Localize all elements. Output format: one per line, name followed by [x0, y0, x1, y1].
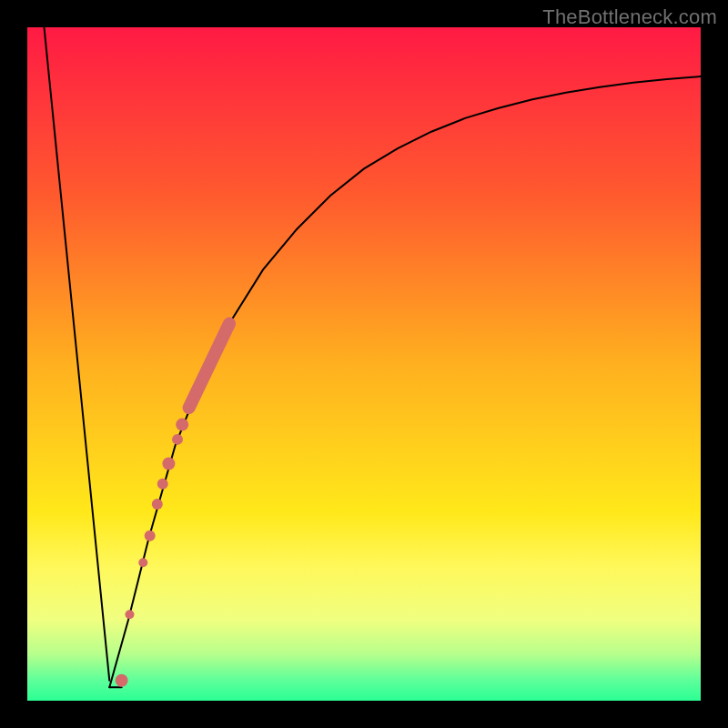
highlight-point [145, 531, 156, 541]
highlight-point [172, 434, 183, 445]
highlight-point [176, 419, 188, 431]
highlight-point [138, 558, 147, 567]
bottleneck-curve-chart [0, 0, 728, 728]
highlight-point [116, 674, 128, 687]
chart-container: TheBottleneck.com [0, 0, 728, 728]
highlight-point [152, 499, 163, 510]
plot-background [27, 27, 701, 701]
highlight-point [125, 610, 134, 619]
highlight-point [162, 458, 175, 470]
highlight-point [157, 479, 168, 490]
